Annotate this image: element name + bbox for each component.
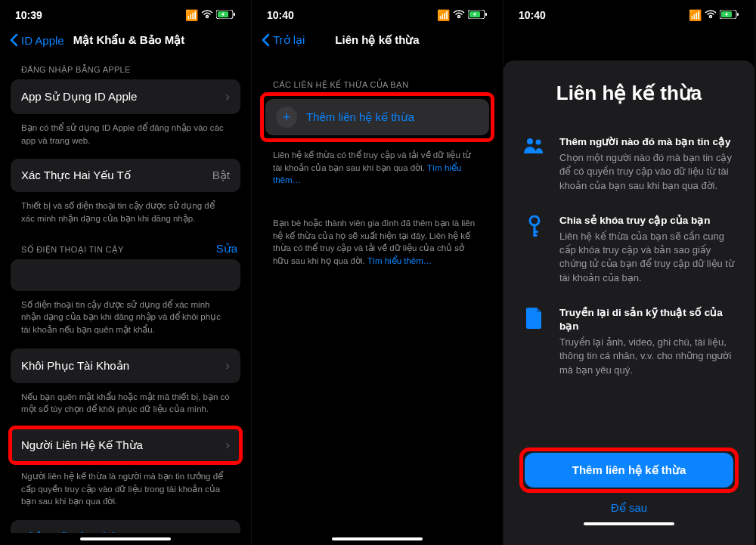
feature-title: Chia sẻ khóa truy cập của bạn (559, 214, 736, 228)
cell-label: Xác Thực Hai Yếu Tố (21, 169, 131, 182)
modal-title: Liên hệ kế thừa (522, 82, 736, 105)
cell-value: Bật (212, 169, 230, 182)
footer-recovery: Nếu bạn quên mật khẩu hoặc mật mã thiết … (11, 388, 240, 428)
key-icon (522, 214, 547, 285)
cell-label: App Sử Dụng ID Apple (21, 90, 137, 104)
section-signin-header: ĐĂNG NHẬP BẰNG APPLE (11, 57, 240, 79)
modal-sheet: Liên hệ kế thừa Thêm người nào đó mà bạn… (503, 60, 754, 545)
status-icons: 📶 (185, 9, 236, 21)
status-bar: 10:40 📶 (503, 0, 754, 27)
cell-legacy-contact[interactable]: Người Liên Hệ Kế Thừa › (11, 428, 240, 463)
footer-legacy: Người liên hệ kế thừa là người mà bạn ti… (11, 467, 240, 520)
feature-desc: Chọn một người nào đó mà bạn tin cậy để … (559, 151, 736, 193)
wifi-icon (705, 9, 717, 21)
back-label: Trở lại (273, 33, 305, 47)
signal-icon: 📶 (689, 9, 702, 21)
signal-icon: 📶 (185, 9, 198, 21)
battery-icon (216, 9, 236, 21)
status-bar: 10:40 📶 (252, 0, 503, 27)
plus-icon: + (276, 107, 297, 128)
status-time: 10:40 (267, 9, 294, 21)
footer-others: Bạn bè hoặc thành viên gia đình đã thêm … (262, 199, 492, 280)
screen-legacy-contact-intro: 10:40 📶 Liên hệ kế thừa Thêm người nào đ… (503, 0, 755, 545)
add-label: Thêm liên hệ kế thừa (306, 110, 414, 124)
wifi-icon (453, 9, 465, 21)
svg-rect-13 (534, 231, 538, 233)
modal-actions: Thêm liên hệ kế thừa Để sau (522, 450, 736, 518)
home-indicator[interactable] (584, 522, 674, 525)
document-icon (522, 306, 547, 377)
svg-rect-14 (534, 234, 538, 237)
wifi-icon (201, 9, 213, 21)
feature-key: Chia sẻ khóa truy cập của bạn Liên hệ kế… (522, 214, 736, 285)
back-button[interactable]: Trở lại (261, 33, 305, 47)
svg-rect-2 (234, 13, 235, 16)
back-label: ID Apple (21, 34, 64, 47)
home-indicator[interactable] (332, 537, 423, 540)
footer-add: Liên hệ kế thừa có thể truy cập và tải v… (262, 146, 492, 199)
cell-get-verification-code[interactable]: Nhận Mã Xác Minh (11, 520, 240, 533)
status-bar: 10:39 📶 (0, 0, 251, 27)
status-time: 10:40 (519, 9, 546, 21)
svg-point-11 (530, 216, 539, 225)
home-indicator[interactable] (80, 537, 171, 540)
svg-point-10 (536, 140, 541, 145)
nav-title: Mật Khẩu & Bảo Mật (73, 33, 185, 47)
content: ĐĂNG NHẬP BẰNG APPLE App Sử Dụng ID Appl… (0, 57, 251, 533)
feature-desc: Truyền lại ảnh, video, ghi chú, tài liệu… (559, 336, 736, 377)
signal-icon: 📶 (437, 9, 450, 21)
nav-title: Liên hệ kế thừa (335, 33, 419, 47)
chevron-icon: › (225, 358, 230, 373)
add-legacy-contact-button[interactable]: Thêm liên hệ kế thừa (525, 453, 733, 488)
svg-point-9 (527, 138, 533, 144)
later-button[interactable]: Để sau (522, 491, 736, 518)
footer-phone: Số điện thoại tin cậy được sử dụng để xá… (11, 296, 240, 348)
nav-bar: ID Apple Mật Khẩu & Bảo Mật (0, 27, 251, 57)
feature-trust: Thêm người nào đó mà bạn tin cậy Chọn mộ… (522, 135, 736, 193)
chevron-icon: › (225, 89, 230, 104)
feature-title: Truyền lại di sản kỹ thuật số của bạn (559, 306, 736, 333)
cell-apps-using-appleid[interactable]: App Sử Dụng ID Apple › (11, 79, 240, 114)
cell-label: Khôi Phục Tài Khoản (21, 359, 129, 373)
chevron-icon: › (225, 438, 230, 453)
footer-apps: Bạn có thể sử dụng ID Apple để đăng nhập… (11, 119, 240, 159)
svg-rect-8 (737, 13, 739, 16)
section-your-contacts-header: CÁC LIÊN HỆ KẾ THỪA CỦA BẠN (262, 73, 492, 94)
content: CÁC LIÊN HỆ KẾ THỪA CỦA BẠN + Thêm liên … (252, 57, 503, 533)
add-legacy-contact-button[interactable]: + Thêm liên hệ kế thừa (265, 99, 489, 135)
people-icon (522, 135, 547, 193)
cell-label: Nhận Mã Xác Minh (21, 530, 118, 533)
feature-title: Thêm người nào đó mà bạn tin cậy (559, 135, 736, 149)
footer-two-factor: Thiết bị và số điện thoại tin cậy được s… (11, 197, 240, 237)
svg-rect-5 (485, 13, 487, 16)
cell-label: Người Liên Hệ Kế Thừa (21, 438, 143, 452)
back-button[interactable]: ID Apple (9, 33, 64, 47)
screen-password-security: 10:39 📶 ID Apple Mật Khẩu & Bảo Mật ĐĂNG… (0, 0, 252, 545)
battery-icon (468, 9, 488, 21)
status-time: 10:39 (15, 9, 42, 21)
cell-account-recovery[interactable]: Khôi Phục Tài Khoản › (11, 348, 240, 383)
feature-document: Truyền lại di sản kỹ thuật số của bạn Tr… (522, 306, 736, 377)
status-icons: 📶 (437, 9, 488, 21)
status-icons: 📶 (689, 9, 739, 21)
section-phone-header: SỐ ĐIỆN THOẠI TIN CẬY (11, 237, 124, 259)
cell-trusted-phone[interactable] (11, 259, 240, 291)
cell-two-factor[interactable]: Xác Thực Hai Yếu Tố Bật (11, 159, 240, 192)
feature-desc: Liên hệ kế thừa của bạn sẽ cần cung cấp … (559, 230, 736, 285)
battery-icon (720, 9, 739, 21)
nav-bar: Trở lại Liên hệ kế thừa (252, 27, 503, 57)
screen-legacy-contact-list: 10:40 📶 Trở lại Liên hệ kế thừa CÁC LIÊN… (252, 0, 503, 545)
edit-button[interactable]: Sửa (216, 242, 240, 255)
learn-more-link-2[interactable]: Tìm hiểu thêm… (367, 256, 432, 265)
